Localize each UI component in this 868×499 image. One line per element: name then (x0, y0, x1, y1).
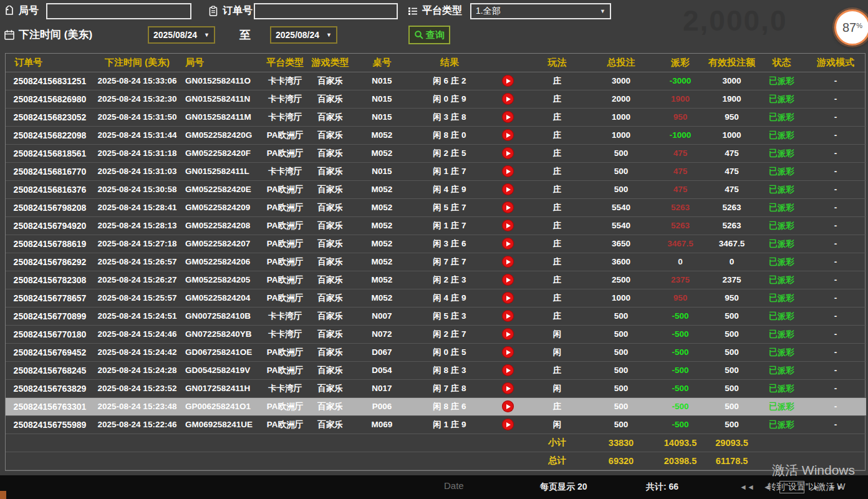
column-header-game-type: 游戏类型 (307, 54, 353, 72)
table-row[interactable]: 2508241568312512025-08-24 15:33:06GN0152… (6, 72, 866, 90)
table-row[interactable]: 2508241567701802025-08-24 15:24:46GN0722… (6, 325, 866, 343)
table-row[interactable]: 2508241567862922025-08-24 15:26:57GM0522… (6, 253, 866, 271)
cell-result: 闲 1 庄 7 (411, 162, 488, 180)
chevron-down-icon: ▼ (600, 8, 605, 14)
play-video-button[interactable] (502, 183, 514, 195)
cell-bet-side: 庄 (528, 72, 587, 90)
per-page-label: 每页显示 20 (540, 482, 587, 493)
cell-play (488, 397, 528, 415)
total-count-label: 共计: 66 (646, 482, 678, 493)
cell-total-bet: 500 (587, 343, 655, 361)
table-row[interactable]: 2508241567949202025-08-24 15:28:13GM0522… (6, 216, 866, 235)
table-row[interactable]: 2508241567823082025-08-24 15:26:27GM0522… (6, 271, 866, 289)
play-video-button[interactable] (502, 400, 514, 412)
cell-game-mode: - (805, 108, 866, 126)
table-row[interactable]: 2508241567559892025-08-24 15:22:46GM0692… (6, 415, 866, 434)
grand-total-row-bet-side: 总计 (528, 452, 587, 470)
play-video-button[interactable] (502, 274, 514, 286)
play-video-button[interactable] (502, 129, 514, 141)
play-video-button[interactable] (502, 220, 514, 231)
date-to-picker[interactable]: 2025/08/24 ▼ (270, 26, 337, 44)
cell-bet-time: 2025-08-24 15:31:18 (94, 144, 180, 162)
cell-payout: -500 (655, 343, 705, 361)
cell-round-number: GM0522582420E (180, 180, 263, 198)
table-row[interactable]: 2508241567786572025-08-24 15:25:57GM0522… (6, 289, 866, 307)
cell-valid-bet: 500 (705, 397, 758, 415)
round-input[interactable] (46, 3, 191, 19)
play-video-button[interactable] (502, 382, 514, 394)
search-button[interactable]: 查询 (408, 26, 450, 44)
cell-bet-side: 庄 (528, 235, 587, 253)
order-input[interactable] (254, 3, 398, 19)
date-from-picker[interactable]: 2025/08/24 ▼ (148, 26, 215, 44)
play-video-button[interactable] (502, 364, 514, 376)
cell-platform-type: PA欧洲厅 (263, 343, 307, 361)
play-video-button[interactable] (502, 292, 514, 304)
cell-payout: -500 (655, 361, 705, 379)
cell-table-number: M052 (353, 271, 411, 289)
cell-payout: 5263 (655, 198, 705, 216)
table-row[interactable]: 2508241568230522025-08-24 15:31:50GN0152… (6, 108, 866, 126)
table-row[interactable]: 2508241568269802025-08-24 15:32:30GN0152… (6, 90, 866, 108)
table-row[interactable]: 2508241568167702025-08-24 15:31:03GN0152… (6, 162, 866, 180)
platform-select-value: 1.全部 (476, 6, 501, 17)
cell-valid-bet: 475 (705, 162, 758, 180)
play-video-button[interactable] (502, 256, 514, 268)
table-row[interactable]: 2508241567682452025-08-24 15:24:28GD0542… (6, 361, 866, 379)
table-row[interactable]: 2508241567886192025-08-24 15:27:18GM0522… (6, 235, 866, 253)
play-video-button[interactable] (502, 346, 514, 358)
play-video-button[interactable] (502, 75, 514, 87)
cell-play (488, 126, 528, 144)
cell-order-number: 250824156822098 (6, 126, 94, 144)
first-page-button[interactable]: ◄◄ (740, 483, 755, 492)
cell-order-number: 250824156823052 (6, 108, 94, 126)
cell-round-number: GM05225824209 (180, 198, 263, 216)
play-video-button[interactable] (502, 419, 514, 430)
table-row[interactable]: 2508241568185612025-08-24 15:31:18GM0522… (6, 144, 866, 162)
table-row[interactable]: 2508241567982082025-08-24 15:28:41GM0522… (6, 198, 866, 216)
table-row[interactable]: 2508241567694522025-08-24 15:24:42GD0672… (6, 343, 866, 361)
cell-table-number: M069 (353, 415, 411, 434)
cell-bet-time: 2025-08-24 15:32:30 (94, 90, 180, 108)
cell-status: 已派彩 (758, 198, 805, 216)
column-header-bet-side: 玩法 (528, 54, 587, 72)
play-video-button[interactable] (502, 165, 514, 177)
cell-game-type: 百家乐 (307, 325, 353, 343)
table-row[interactable]: 2508241568220982025-08-24 15:31:44GM0522… (6, 126, 866, 144)
cell-order-number: 250824156818561 (6, 144, 94, 162)
cell-game-mode: - (805, 162, 866, 180)
play-video-button[interactable] (502, 111, 514, 123)
cell-bet-side: 闲 (528, 379, 587, 397)
play-video-button[interactable] (502, 310, 514, 322)
cell-game-mode: - (805, 216, 866, 235)
table-row[interactable]: 2508241568163762025-08-24 15:30:58GM0522… (6, 180, 866, 198)
cell-platform-type: PA欧洲厅 (263, 235, 307, 253)
cell-total-bet: 5540 (587, 198, 655, 216)
balance-watermark: 2,000,0 (683, 4, 787, 37)
order-filter-label: 订单号 (223, 4, 253, 17)
cell-play (488, 72, 528, 90)
cell-bet-side: 庄 (528, 289, 587, 307)
subtotal-row-bet-side: 小计 (528, 434, 587, 452)
table-row[interactable]: 2508241567638292025-08-24 15:23:52GN0172… (6, 379, 866, 397)
cell-game-mode: - (805, 289, 866, 307)
cell-bet-time: 2025-08-24 15:28:41 (94, 198, 180, 216)
subtotal-row-valid-bet: 29093.5 (705, 434, 758, 452)
cell-order-number: 250824156770180 (6, 325, 94, 343)
cell-valid-bet: 5263 (705, 216, 758, 235)
cell-bet-time: 2025-08-24 15:26:27 (94, 271, 180, 289)
cell-platform-type: PA欧洲厅 (263, 198, 307, 216)
cell-order-number: 250824156778657 (6, 289, 94, 307)
play-video-button[interactable] (502, 147, 514, 159)
cell-status: 已派彩 (758, 108, 805, 126)
table-row[interactable]: 2508241567633012025-08-24 15:23:48GP0062… (6, 397, 866, 415)
play-video-button[interactable] (502, 238, 514, 250)
empty-cell (6, 452, 94, 470)
play-video-button[interactable] (502, 201, 514, 213)
cell-status: 已派彩 (758, 144, 805, 162)
play-video-button[interactable] (502, 328, 514, 340)
play-video-button[interactable] (502, 93, 514, 105)
table-row[interactable]: 2508241567708992025-08-24 15:24:51GN0072… (6, 307, 866, 325)
cell-table-number: M052 (353, 144, 411, 162)
platform-select[interactable]: 1.全部 ▼ (470, 3, 611, 19)
